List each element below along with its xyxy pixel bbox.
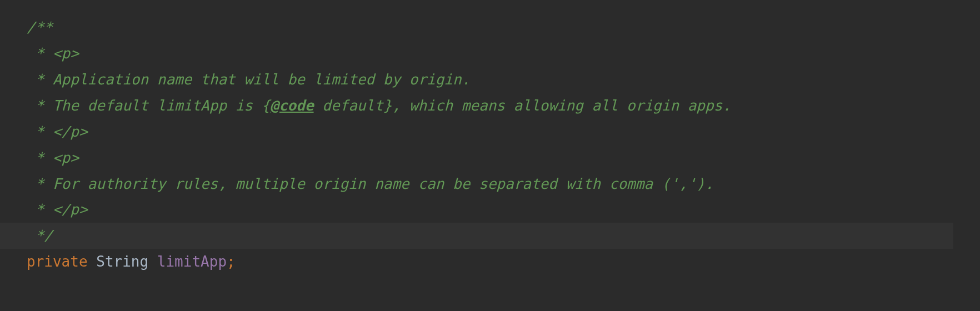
code-line: * The default limitApp is {@code default… [27, 93, 980, 119]
type-string: String [96, 253, 148, 270]
javadoc-html-tag: <p> [53, 149, 79, 166]
code-line: * </p> [27, 197, 980, 223]
code-line: * <p> [27, 145, 980, 171]
javadoc-prefix: * [27, 45, 53, 62]
javadoc-prefix: * [27, 123, 53, 140]
semicolon: ; [227, 253, 236, 270]
javadoc-html-tag: </p> [53, 201, 88, 218]
javadoc-code-tag: @code [270, 97, 313, 114]
javadoc-end: */ [27, 227, 53, 244]
javadoc-text: For authority rules, multiple origin nam… [53, 175, 714, 192]
javadoc-prefix: * [27, 175, 53, 192]
javadoc-html-tag: </p> [53, 123, 88, 140]
code-line: * <p> [27, 41, 980, 67]
identifier-limitapp: limitApp [157, 253, 227, 270]
code-line: * For authority rules, multiple origin n… [27, 171, 980, 197]
javadoc-prefix: * [27, 71, 53, 88]
code-line: * </p> [27, 119, 980, 145]
code-line: * Application name that will be limited … [27, 67, 980, 93]
code-line-current: */ [0, 223, 953, 249]
javadoc-prefix: * [27, 97, 53, 114]
javadoc-prefix: * [27, 201, 53, 218]
javadoc-html-tag: <p> [53, 45, 79, 62]
javadoc-text: Application name that will be limited by… [53, 71, 470, 88]
javadoc-prefix: * [27, 149, 53, 166]
code-line: /** [27, 14, 980, 41]
code-editor[interactable]: /** * <p> * Application name that will b… [0, 0, 980, 275]
javadoc-text: default}, which means allowing all origi… [314, 97, 731, 114]
keyword-private: private [27, 253, 88, 270]
javadoc-text: The default limitApp is { [53, 97, 270, 114]
code-line: private String limitApp; [27, 249, 980, 275]
javadoc-start: /** [27, 19, 53, 36]
